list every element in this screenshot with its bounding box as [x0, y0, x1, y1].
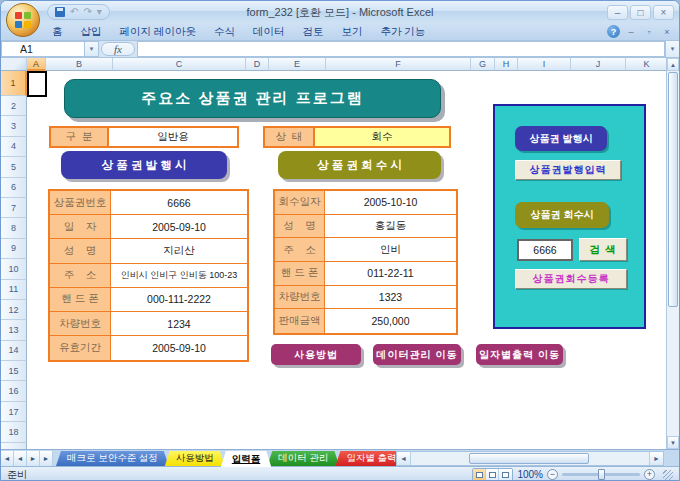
help-icon[interactable]: ?: [607, 25, 620, 38]
undo-icon[interactable]: ↶: [70, 7, 78, 17]
scroll-down-icon[interactable]: ▼: [667, 436, 679, 449]
row-header-10[interactable]: 10: [1, 259, 27, 279]
row-header-14[interactable]: 14: [1, 341, 27, 361]
issue-input-button[interactable]: 상품권발행입력: [515, 160, 621, 180]
save-icon[interactable]: [55, 7, 65, 17]
row-value[interactable]: 홍길동: [325, 215, 456, 238]
office-button[interactable]: [6, 3, 40, 37]
name-box[interactable]: A1: [1, 41, 85, 57]
row-value[interactable]: 인비: [325, 238, 456, 261]
column-header-f[interactable]: F: [326, 58, 471, 71]
workbook-close-button[interactable]: ×: [660, 27, 674, 37]
scroll-left-icon[interactable]: ◄: [397, 452, 411, 465]
row-header-1[interactable]: 1: [1, 71, 27, 96]
row-header-8[interactable]: 8: [1, 218, 27, 238]
collect-register-button[interactable]: 상품권회수등록: [515, 269, 627, 289]
row-header-4[interactable]: 4: [1, 137, 27, 157]
row-header-15[interactable]: 15: [1, 361, 27, 381]
maximize-button[interactable]: □: [630, 5, 651, 20]
row-value[interactable]: 1323: [325, 286, 456, 309]
category-value[interactable]: 일반용: [109, 128, 237, 146]
insert-function-icon[interactable]: fx: [101, 42, 135, 56]
zoom-in-icon[interactable]: +: [644, 469, 655, 480]
row-value[interactable]: 250,000: [325, 309, 456, 333]
search-button[interactable]: 검 색: [579, 238, 627, 261]
row-header-12[interactable]: 12: [1, 300, 27, 320]
ribbon-tab-page-layout[interactable]: 페이지 레이아웃: [111, 23, 205, 41]
ribbon-tab-addins[interactable]: 추가 기능: [371, 23, 434, 41]
row-value[interactable]: 1234: [111, 312, 247, 335]
data-manage-button[interactable]: 데이터관리 이동: [373, 344, 461, 365]
column-header-h[interactable]: H: [495, 58, 518, 71]
qat-dropdown-icon[interactable]: ▾: [97, 7, 102, 17]
status-value[interactable]: 회수: [315, 128, 449, 146]
ribbon-tab-review[interactable]: 검토: [293, 23, 332, 41]
ribbon-tab-insert[interactable]: 삽입: [72, 23, 111, 41]
tab-last-icon[interactable]: ►: [40, 451, 53, 466]
coupon-number-input[interactable]: [517, 239, 573, 261]
workbook-minimize-button[interactable]: –: [624, 27, 638, 37]
row-header-13[interactable]: 13: [1, 320, 27, 340]
row-header-5[interactable]: 5: [1, 157, 27, 177]
row-value[interactable]: 011-22-11: [325, 262, 456, 285]
ribbon-tab-formulas[interactable]: 수식: [205, 23, 244, 41]
zoom-level[interactable]: 100%: [517, 469, 543, 480]
scroll-right-icon[interactable]: ►: [649, 452, 663, 465]
column-header-c[interactable]: C: [113, 58, 246, 71]
formula-input[interactable]: [137, 41, 665, 57]
usage-button[interactable]: 사용방법: [271, 344, 361, 365]
name-box-dropdown-icon[interactable]: ▾: [85, 41, 99, 57]
row-value[interactable]: 인비시 인비구 인비동 100-23: [111, 264, 247, 287]
row-header-17[interactable]: 17: [1, 402, 27, 422]
row-header-16[interactable]: 16: [1, 381, 27, 401]
column-header-b[interactable]: B: [46, 58, 113, 71]
row-value[interactable]: 000-111-2222: [111, 288, 247, 311]
sheet-tab-usage[interactable]: 사용방법: [165, 451, 225, 466]
column-header-d[interactable]: D: [246, 58, 269, 71]
row-value[interactable]: 지리산: [111, 239, 247, 262]
minimize-button[interactable]: –: [607, 5, 628, 20]
column-header-e[interactable]: E: [269, 58, 326, 71]
row-header-18[interactable]: 18: [1, 422, 27, 442]
page-layout-view-icon[interactable]: [486, 469, 499, 481]
row-header-19[interactable]: 19: [1, 443, 27, 449]
redo-icon[interactable]: ↷: [83, 7, 91, 17]
tab-next-icon[interactable]: ►: [27, 451, 40, 466]
column-header-g[interactable]: G: [471, 58, 495, 71]
panel-issue-title[interactable]: 상품권 발행시: [515, 126, 607, 151]
close-button[interactable]: ×: [653, 5, 674, 20]
formula-bar-expand-icon[interactable]: ▾: [665, 41, 679, 57]
vertical-scroll-thumb[interactable]: [668, 72, 678, 307]
workbook-restore-button[interactable]: ▫: [642, 27, 656, 37]
horizontal-scrollbar[interactable]: ◄ ►: [396, 451, 664, 466]
ribbon-tab-view[interactable]: 보기: [332, 23, 371, 41]
ribbon-tab-home[interactable]: 홈: [43, 23, 72, 41]
row-value[interactable]: 6666: [111, 191, 247, 214]
zoom-slider-thumb[interactable]: [598, 469, 605, 480]
row-value[interactable]: 2005-09-10: [111, 336, 247, 360]
sheet-tab-data-manage[interactable]: 데이터 관리: [267, 451, 339, 466]
column-header-j[interactable]: J: [571, 58, 626, 71]
column-header-a[interactable]: A: [27, 58, 46, 71]
zoom-slider[interactable]: [562, 473, 640, 476]
row-value[interactable]: 2005-10-10: [325, 191, 456, 214]
daily-print-button[interactable]: 일자별출력 이동: [476, 344, 563, 365]
normal-view-icon[interactable]: [473, 469, 486, 481]
sheet-tab-input-form[interactable]: 입력폼: [221, 451, 272, 467]
row-header-3[interactable]: 3: [1, 116, 27, 136]
scroll-up-icon[interactable]: ▲: [667, 58, 679, 71]
row-header-7[interactable]: 7: [1, 198, 27, 218]
column-header-i[interactable]: I: [518, 58, 571, 71]
tab-prev-icon[interactable]: ◄: [14, 451, 27, 466]
tab-first-icon[interactable]: ◄: [1, 451, 14, 466]
sheet-tab-macro-security[interactable]: 매크로 보안수준 설정: [56, 451, 169, 466]
collect-section-header[interactable]: 상 품 권 회 수 시: [278, 151, 441, 179]
row-header-6[interactable]: 6: [1, 178, 27, 198]
ribbon-tab-data[interactable]: 데이터: [244, 23, 294, 41]
row-header-11[interactable]: 11: [1, 280, 27, 300]
worksheet-area[interactable]: A B C D E F G H I J K 1 2 3 4 5 6 7 8 9 …: [1, 58, 679, 449]
panel-collect-title[interactable]: 상품권 회수시: [515, 202, 609, 228]
vertical-scrollbar[interactable]: ▲ ▼: [666, 58, 679, 449]
zoom-out-icon[interactable]: −: [547, 469, 558, 480]
page-break-view-icon[interactable]: [499, 469, 512, 481]
